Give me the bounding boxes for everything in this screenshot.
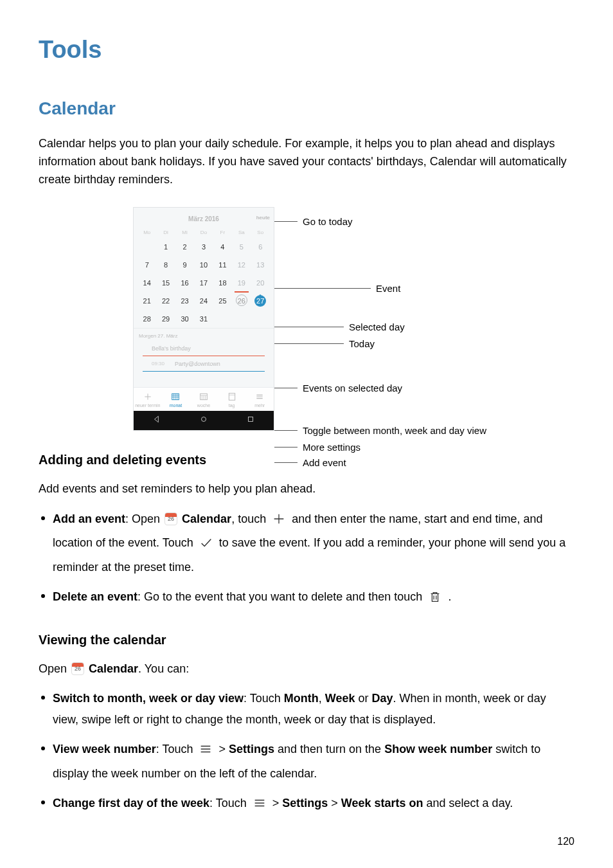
- diagram-labels: Go to today Event Selected day Today Eve…: [274, 207, 480, 431]
- dow-cell: Fr: [213, 228, 232, 238]
- date-cell[interactable]: 25: [213, 292, 232, 310]
- date-cell[interactable]: 8: [156, 256, 175, 274]
- label-toggle-views: Toggle between month, week and day view: [303, 423, 486, 438]
- dow-cell: Di: [156, 228, 175, 238]
- phone-month-year: März 2016: [188, 215, 219, 222]
- calendar-diagram: März 2016 heute MoDiMiDoFrSaSo 123456789…: [39, 207, 574, 431]
- date-cell[interactable]: 11: [213, 256, 232, 274]
- phone-tab-menu[interactable]: mehr: [245, 388, 274, 411]
- dow-cell: Do: [194, 228, 213, 238]
- date-cell[interactable]: 1: [156, 238, 175, 256]
- date-cell[interactable]: 23: [175, 292, 194, 310]
- trash-icon: [428, 590, 442, 610]
- sub2-intro: Open Calendar. You can:: [39, 660, 574, 678]
- agenda-time: 09:30: [152, 360, 171, 369]
- date-cell[interactable]: 13: [251, 256, 270, 274]
- page-title: Tools: [39, 31, 574, 69]
- calendar-app-icon: [71, 662, 84, 675]
- date-cell[interactable]: 17: [194, 274, 213, 292]
- date-cell[interactable]: [213, 310, 232, 328]
- bullet-add-event: Add an event: Open Calendar, touch and t…: [39, 509, 574, 577]
- date-cell[interactable]: 15: [156, 274, 175, 292]
- date-cell[interactable]: 5: [232, 238, 251, 256]
- bullet-view-week-number: View week number: Touch > Settings and t…: [39, 739, 574, 784]
- date-cell[interactable]: 19: [232, 274, 251, 292]
- subsection-viewing-calendar: Viewing the calendar: [39, 630, 574, 650]
- phone-tab-plus[interactable]: neuer termin: [134, 388, 162, 411]
- date-cell[interactable]: 22: [156, 292, 175, 310]
- phone-tab-day[interactable]: tag: [218, 388, 246, 411]
- bullet-delete-event: Delete an event: Go to the event that yo…: [39, 586, 574, 610]
- calendar-app-icon: [164, 512, 177, 525]
- date-cell[interactable]: 30: [175, 310, 194, 328]
- phone-today-link[interactable]: heute: [256, 214, 270, 222]
- date-cell[interactable]: 7: [138, 256, 156, 274]
- date-cell[interactable]: 14: [138, 274, 156, 292]
- checkmark-icon: [199, 536, 213, 556]
- date-cell[interactable]: 29: [156, 310, 175, 328]
- agenda-item[interactable]: Bella's birthday: [143, 345, 265, 356]
- date-cell[interactable]: [232, 310, 251, 328]
- label-event: Event: [376, 281, 400, 296]
- date-cell[interactable]: 12: [232, 256, 251, 274]
- phone-tabs: neuer terminmonatwochetagmehr: [134, 387, 274, 411]
- label-more-settings: More settings: [303, 440, 360, 455]
- date-cell[interactable]: 27: [251, 292, 270, 310]
- hamburger-menu-icon: [253, 796, 267, 817]
- date-cell[interactable]: 20: [251, 274, 270, 292]
- date-cell[interactable]: 21: [138, 292, 156, 310]
- phone-header: März 2016 heute: [134, 208, 274, 228]
- date-cell[interactable]: 31: [194, 310, 213, 328]
- date-cell[interactable]: 4: [213, 238, 232, 256]
- phone-nav-bar: [134, 411, 274, 431]
- date-row: 123456: [134, 238, 274, 256]
- dow-cell: Mo: [138, 228, 156, 238]
- date-cell[interactable]: 24: [194, 292, 213, 310]
- dow-cell: Sa: [232, 228, 251, 238]
- bullet-change-first-day: Change first day of the week: Touch > Se…: [39, 793, 574, 817]
- dow-cell: So: [251, 228, 270, 238]
- agenda-text: Party@downtown: [175, 360, 220, 369]
- hamburger-menu-icon: [199, 742, 213, 763]
- svg-point-3: [202, 417, 206, 421]
- label-add-event: Add event: [303, 455, 346, 470]
- page-number: 120: [557, 834, 574, 850]
- phone-mock: März 2016 heute MoDiMiDoFrSaSo 123456789…: [133, 207, 274, 431]
- date-cell[interactable]: [138, 238, 156, 256]
- bullet-switch-view: Switch to month, week or day view: Touch…: [39, 688, 574, 730]
- svg-rect-4: [248, 417, 253, 421]
- phone-tab-week[interactable]: woche: [190, 388, 218, 411]
- label-today: Today: [349, 336, 375, 351]
- sub1-intro: Add events and set reminders to help you…: [39, 480, 574, 498]
- date-row: 78910111213: [134, 256, 274, 274]
- date-cell[interactable]: 2: [175, 238, 194, 256]
- section-title-calendar: Calendar: [39, 95, 574, 122]
- date-cell[interactable]: 9: [175, 256, 194, 274]
- date-row: 21222324252627: [134, 292, 274, 310]
- phone-tab-month[interactable]: monat: [162, 388, 190, 411]
- date-cell[interactable]: 18: [213, 274, 232, 292]
- dow-cell: Mi: [175, 228, 194, 238]
- label-go-to-today: Go to today: [303, 214, 353, 229]
- date-cell[interactable]: 26: [232, 292, 251, 310]
- agenda-date-header: Morgen 27. März: [139, 332, 269, 340]
- date-row: 14151617181920: [134, 274, 274, 292]
- date-cell[interactable]: 3: [194, 238, 213, 256]
- label-selected-day: Selected day: [349, 320, 405, 334]
- phone-dow-row: MoDiMiDoFrSaSo: [134, 228, 274, 238]
- date-cell[interactable]: 10: [194, 256, 213, 274]
- nav-recent-icon[interactable]: [227, 415, 274, 427]
- agenda-item[interactable]: 09:30 Party@downtown: [143, 360, 265, 372]
- date-cell[interactable]: [251, 310, 270, 328]
- date-row: 28293031: [134, 310, 274, 328]
- phone-agenda: Morgen 27. März Bella's birthday 09:30 P…: [134, 328, 274, 386]
- intro-paragraph: Calendar helps you to plan your daily sc…: [39, 135, 574, 189]
- date-cell[interactable]: 28: [138, 310, 156, 328]
- date-cell[interactable]: 16: [175, 274, 194, 292]
- nav-back-icon[interactable]: [134, 415, 181, 427]
- plus-icon: [272, 512, 286, 532]
- date-cell[interactable]: 6: [251, 238, 270, 256]
- label-events-on-selected: Events on selected day: [303, 381, 402, 395]
- svg-rect-2: [229, 393, 235, 400]
- nav-home-icon[interactable]: [181, 415, 227, 427]
